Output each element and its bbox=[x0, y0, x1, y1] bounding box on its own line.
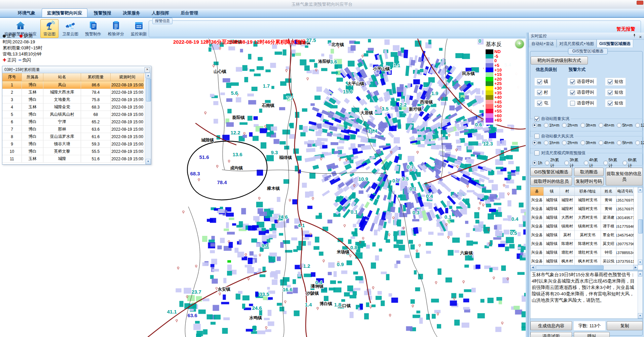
radio-4h+m[interactable]: 4h+m bbox=[599, 140, 614, 145]
tool-卫星云图[interactable]: 卫星云图 bbox=[59, 19, 81, 38]
radio-icon[interactable] bbox=[635, 140, 640, 145]
radio-2h+m[interactable]: 2h+m bbox=[562, 140, 577, 145]
radio-icon[interactable] bbox=[544, 123, 548, 128]
radio-icon[interactable] bbox=[545, 161, 550, 165]
scrollbar-thumb[interactable] bbox=[638, 219, 643, 234]
rain-col-header[interactable]: 所属县 bbox=[22, 73, 43, 81]
checkbox-icon[interactable] bbox=[537, 101, 542, 106]
table-row[interactable]: 兴业县城隍镇城隍村城隍村支书黄铸135176975 bbox=[530, 205, 643, 213]
voice-checkbox-屯[interactable]: 语音呼叫 bbox=[567, 99, 597, 107]
radio-icon[interactable] bbox=[532, 161, 537, 165]
close-icon[interactable]: ✕ bbox=[145, 67, 150, 73]
contact-col-header[interactable]: 姓名 bbox=[601, 187, 616, 196]
wind-group-checkbox[interactable] bbox=[534, 134, 539, 139]
contact-col-header[interactable]: 镇 bbox=[544, 187, 560, 196]
radio-icon[interactable] bbox=[580, 140, 585, 145]
radio-3h+m[interactable]: 3h+m bbox=[580, 140, 596, 145]
checkbox-icon[interactable] bbox=[608, 90, 613, 95]
radio-4h累计[interactable]: 4h累计 bbox=[584, 157, 601, 169]
table-row[interactable]: 兴业县城隍镇城隍村城隍村支书黄铸135176975 bbox=[530, 196, 643, 205]
table-row[interactable]: 9博白顿谷大塘59.32022-08-19 15:00 bbox=[2, 140, 151, 148]
radio-1h+m[interactable]: 1h+m bbox=[544, 140, 559, 145]
menu-tab-后台管理[interactable]: 后台管理 bbox=[176, 9, 203, 17]
contact-horizontal-scrollbar[interactable]: ◀ ▶ bbox=[530, 265, 638, 270]
scroll-right-icon[interactable]: ▶ bbox=[633, 265, 638, 269]
tab-自动站+雷达[interactable]: 自动站+雷达 bbox=[529, 39, 557, 47]
extract-sms-button[interactable]: 提取发短信的信息员 bbox=[606, 168, 643, 185]
tab-GIS预警区域圈选[interactable]: GIS预警区域圈选 bbox=[597, 39, 633, 47]
radio-m[interactable]: m bbox=[532, 123, 541, 128]
checkbox-icon[interactable] bbox=[537, 79, 542, 84]
tool-预警制作[interactable]: 预警制作 bbox=[82, 19, 104, 38]
checkbox-icon[interactable] bbox=[608, 101, 613, 106]
radio-5h+m[interactable]: 5h+m bbox=[617, 140, 632, 145]
radio-3h+m[interactable]: 3h+m bbox=[580, 123, 596, 128]
radio-icon[interactable] bbox=[603, 161, 608, 165]
gis-select-button[interactable]: GIS预警区域圈选 bbox=[530, 168, 572, 176]
contact-col-header[interactable]: 村 bbox=[560, 187, 575, 196]
generate-message-button[interactable]: 生成信息内容 bbox=[530, 321, 572, 330]
menu-tab-人影指挥[interactable]: 人影指挥 bbox=[147, 9, 174, 17]
call-button[interactable]: 呼叫 bbox=[574, 332, 610, 337]
radio-icon[interactable] bbox=[622, 161, 627, 165]
radio-6h累计[interactable]: 6h累计 bbox=[622, 157, 639, 169]
checkbox-icon[interactable] bbox=[570, 79, 575, 84]
table-row[interactable]: 兴业县城隍镇镇南村镇南村支书谭于模151775946 bbox=[530, 222, 643, 231]
tool-检验评分[interactable]: 检验评分 bbox=[105, 19, 127, 38]
checkbox-icon[interactable] bbox=[537, 90, 542, 95]
radio-m[interactable]: m bbox=[532, 140, 541, 145]
table-row[interactable]: 7博白那林63.62022-08-19 15:00 bbox=[2, 126, 151, 133]
contact-col-header[interactable]: 电话号码 bbox=[616, 187, 634, 196]
voice-preview-button[interactable]: 语音试听 bbox=[530, 332, 572, 337]
radio-3h累计[interactable]: 3h累计 bbox=[564, 157, 581, 169]
radio-1h+m[interactable]: 1h+m bbox=[544, 123, 559, 128]
radio-icon[interactable] bbox=[599, 140, 603, 145]
radio-icon[interactable] bbox=[584, 161, 589, 165]
message-scrollbar[interactable]: ▲ ▼ bbox=[638, 271, 643, 319]
scroll-up-icon[interactable]: ▲ bbox=[638, 187, 642, 193]
radio-icon[interactable] bbox=[635, 123, 640, 128]
level-method-button[interactable]: 靶向叫应的级别和方式 bbox=[531, 56, 588, 65]
radio-icon[interactable] bbox=[532, 123, 537, 128]
table-row[interactable]: 1博白凤山86.62022-08-19 15:00 bbox=[2, 81, 151, 89]
table-row[interactable]: 兴业县城隍镇莫村莫村支书覃金乾134575405 bbox=[530, 231, 643, 240]
radio-icon[interactable] bbox=[599, 123, 603, 128]
radio-icon[interactable] bbox=[562, 123, 567, 128]
pin-icon[interactable] bbox=[633, 34, 636, 37]
radio-12h+m[interactable]: 12h+m bbox=[635, 140, 644, 145]
sms-checkbox-村[interactable]: 短信 bbox=[605, 88, 626, 96]
rain-col-header[interactable]: 累积雨量 bbox=[81, 73, 111, 81]
warning-message-box[interactable]: 玉林市气象台19日5时15分发布暴雨橙色预警信号：4时以来兴业县城隍大西水库已出… bbox=[530, 271, 643, 319]
rain-col-header[interactable]: 序号 bbox=[2, 73, 22, 81]
table-row[interactable]: 兴业县城隍镇陈塘村陈塘村支书莫文绍139775796 bbox=[530, 240, 643, 248]
radio-icon[interactable] bbox=[562, 140, 567, 145]
scroll-down-icon[interactable]: ▼ bbox=[146, 159, 151, 164]
table-row[interactable]: 11玉林城隍51.62022-08-19 15:00 bbox=[2, 155, 151, 163]
radio-icon[interactable] bbox=[544, 140, 548, 145]
voice-checkbox-镇[interactable]: 语音呼叫 bbox=[567, 78, 597, 86]
table-row[interactable]: 5博白凤山镇凤山村682022-08-19 15:00 bbox=[2, 111, 151, 118]
table-row[interactable]: 6博白宁潭65.22022-08-19 15:00 bbox=[2, 118, 151, 126]
table-row[interactable]: 8博白亚山温罗水库61.62022-08-19 15:00 bbox=[2, 133, 151, 140]
table-row[interactable]: 2玉林城隍大西水库78.42022-08-19 15:00 bbox=[2, 89, 151, 96]
scrollbar-thumb[interactable] bbox=[146, 79, 151, 101]
radio-2h+m[interactable]: 2h+m bbox=[562, 123, 577, 128]
scroll-down-icon[interactable]: ▼ bbox=[638, 260, 642, 265]
menu-tab-监测预警靶向叫应[interactable]: 监测预警靶向叫应 bbox=[42, 8, 87, 17]
radio-icon[interactable] bbox=[617, 123, 621, 128]
table-row[interactable]: 10博白英桥文黎55.52022-08-19 15:00 bbox=[2, 148, 151, 155]
table-row[interactable]: 兴业县城隍镇大西村大西村支书梁泽建130149571 bbox=[530, 213, 643, 222]
copy-button[interactable]: 复制 bbox=[607, 321, 643, 330]
rain-table-scrollbar[interactable]: ▲ ▼ bbox=[145, 73, 151, 164]
radio-icon[interactable] bbox=[532, 140, 537, 145]
scroll-left-icon[interactable]: ◀ bbox=[530, 265, 535, 269]
menu-tab-决策服务[interactable]: 决策服务 bbox=[118, 9, 145, 17]
extract-call-button[interactable]: 提取呼叫的信息员 bbox=[530, 177, 572, 185]
voice-checkbox-村[interactable]: 语音呼叫 bbox=[567, 88, 597, 96]
level-checkbox-屯[interactable]: 屯 bbox=[534, 99, 551, 107]
table-row[interactable]: 3博白文地姜充75.82022-08-19 15:00 bbox=[2, 96, 151, 103]
radio-4h+m[interactable]: 4h+m bbox=[599, 123, 614, 128]
contact-col-header[interactable]: 职务/地址 bbox=[575, 187, 601, 196]
tool-雷达图[interactable]: 雷达图 bbox=[40, 19, 59, 38]
checkbox-icon[interactable] bbox=[608, 79, 613, 84]
